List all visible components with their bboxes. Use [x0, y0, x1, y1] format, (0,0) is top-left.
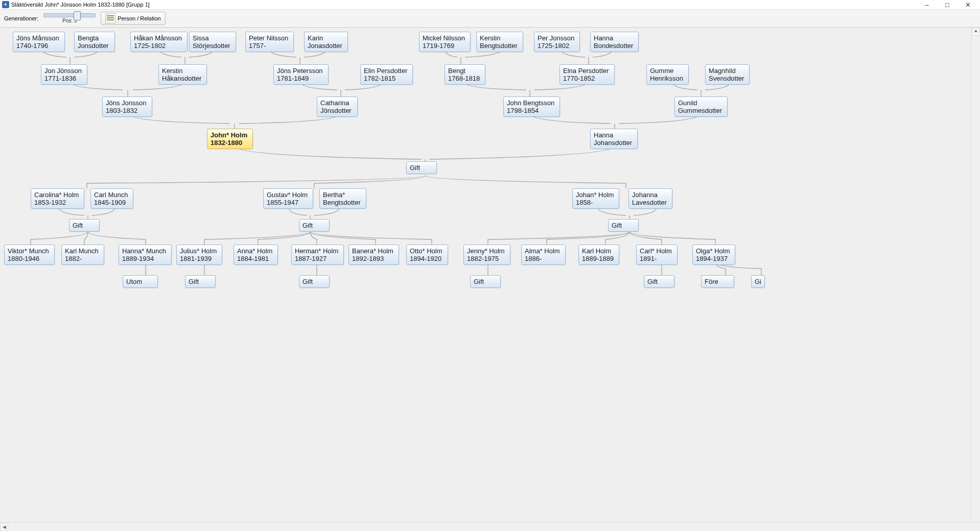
generations-slider[interactable]: Pos: 3: [43, 13, 96, 23]
person-node[interactable]: GunildGummesdotter: [674, 96, 728, 117]
person-node[interactable]: Gustav* Holm1855-1947: [263, 188, 313, 209]
person-node[interactable]: Bengt1768-1818: [445, 64, 485, 85]
person-node[interactable]: Peter Nilsson1757-: [245, 32, 294, 52]
person-node[interactable]: Bertha*Bengtsdotter: [319, 188, 366, 209]
person-node[interactable]: Anna* Holm1884-1981: [234, 245, 278, 265]
person-node[interactable]: Elna Persdotter1770-1852: [559, 64, 615, 85]
app-icon: ✦: [2, 1, 9, 8]
person-node[interactable]: Jöns Jonsson1803-1832: [102, 96, 152, 117]
window-maximize-button[interactable]: [937, 1, 958, 9]
person-node[interactable]: Carl Munch1845-1909: [90, 188, 133, 209]
tree-connectors: [0, 28, 980, 431]
scroll-up-icon[interactable]: ▲: [972, 28, 980, 36]
person-node[interactable]: BengtaJonsdotter: [74, 32, 115, 52]
person-node[interactable]: Mickel Nilsson1719-1769: [419, 32, 471, 52]
person-node[interactable]: Karl Holm1889-1889: [578, 245, 619, 265]
person-node[interactable]: Viktor* Munch1880-1946: [4, 245, 55, 265]
person-node[interactable]: KerstinHåkansdotter: [158, 64, 207, 85]
person-node[interactable]: Jon Jönsson1771-1836: [41, 64, 87, 85]
person-node[interactable]: Karl Munch1882-: [61, 245, 104, 265]
person-relation-button[interactable]: Person / Relation: [101, 12, 165, 25]
relation-node[interactable]: Gift: [644, 275, 674, 288]
focus-person-node[interactable]: John* Holm1832-1880: [207, 129, 253, 149]
window-minimize-button[interactable]: [917, 1, 937, 9]
relation-node[interactable]: Gift: [608, 219, 639, 232]
person-node[interactable]: Johan* Holm1858-: [572, 188, 619, 209]
relation-node[interactable]: Gift: [299, 275, 330, 288]
person-node[interactable]: MagnhildSvensdotter: [705, 64, 750, 85]
window-close-button[interactable]: [958, 1, 978, 9]
relation-node-truncated[interactable]: Gi: [751, 275, 765, 288]
person-node[interactable]: Hanna* Munch1889-1934: [119, 245, 172, 265]
person-node[interactable]: Jenny* Holm1882-1975: [463, 245, 510, 265]
person-node[interactable]: CatharinaJönsdotter: [317, 96, 358, 117]
person-node[interactable]: Alma* Holm1886-: [521, 245, 566, 265]
person-node[interactable]: Jöns Månsson1740-1796: [13, 32, 65, 52]
person-node[interactable]: Elin Persdotter1782-1815: [360, 64, 413, 85]
relation-node[interactable]: Gift: [470, 275, 501, 288]
relation-node[interactable]: Gift: [299, 219, 330, 232]
person-node[interactable]: Håkan Månsson1725-1802: [130, 32, 188, 52]
relation-node[interactable]: Före: [701, 275, 734, 288]
vertical-scrollbar[interactable]: ▲: [971, 28, 980, 524]
person-node[interactable]: Herman* Holm1887-1927: [291, 245, 344, 265]
person-node[interactable]: Otto* Holm1894-1920: [406, 245, 448, 265]
slider-thumb[interactable]: [74, 11, 81, 20]
person-node[interactable]: Jöns Petersson1781-1849: [273, 64, 329, 85]
relation-node[interactable]: Gift: [185, 275, 216, 288]
person-node[interactable]: KarinJonasdotter: [304, 32, 348, 52]
person-node[interactable]: HannaJohansdotter: [590, 129, 638, 149]
slider-track[interactable]: [43, 13, 96, 17]
person-node[interactable]: HannaBondesdotter: [590, 32, 639, 52]
person-relation-label-2: Relation: [140, 15, 160, 21]
person-node[interactable]: John Bengtsson1798-1854: [503, 96, 560, 117]
relation-node[interactable]: Utom: [123, 275, 158, 288]
person-node[interactable]: KerstinBengtsdotter: [476, 32, 523, 52]
person-node[interactable]: GummeHenriksson: [646, 64, 689, 85]
document-icon: [105, 13, 115, 23]
window-title: Släktöversikt John* Jönsson Holm 1832-18…: [11, 2, 917, 8]
person-node[interactable]: Carl* Holm1891-: [636, 245, 678, 265]
toolbar: Generationer: Pos: 3 Person / Relation: [0, 10, 980, 28]
scroll-left-icon[interactable]: ◀: [0, 523, 8, 531]
window-titlebar: ✦ Släktöversikt John* Jönsson Holm 1832-…: [0, 0, 980, 10]
horizontal-scrollbar[interactable]: ◀: [0, 522, 980, 531]
person-node[interactable]: SissaStörjesdotter: [189, 32, 236, 52]
relation-node[interactable]: Gift: [406, 161, 437, 174]
relation-node[interactable]: Gift: [69, 219, 100, 232]
person-node[interactable]: Banera* Holm1892-1893: [348, 245, 399, 265]
person-node[interactable]: Carolina* Holm1853-1932: [31, 188, 84, 209]
person-node[interactable]: Julius* Holm1881-1939: [176, 245, 222, 265]
person-node[interactable]: Olga* Holm1894-1937: [692, 245, 735, 265]
person-relation-label-1: Person /: [118, 15, 138, 21]
person-node[interactable]: JohannaLavesdotter: [628, 188, 672, 209]
person-node[interactable]: Per Jonsson1725-1802: [534, 32, 580, 52]
tree-canvas[interactable]: Jöns Månsson1740-1796 BengtaJonsdotter H…: [0, 28, 980, 524]
generations-label: Generationer:: [4, 15, 38, 21]
